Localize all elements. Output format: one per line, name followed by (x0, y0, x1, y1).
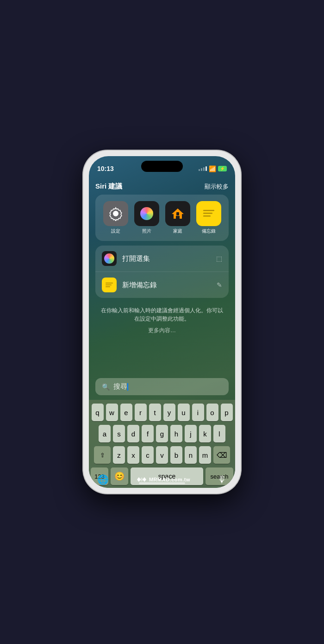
key-j[interactable]: j (185, 425, 197, 442)
notes-icon (196, 201, 221, 226)
key-v[interactable]: v (156, 446, 168, 464)
battery-icon: ⚡ (218, 166, 227, 171)
key-l[interactable]: l (213, 425, 225, 442)
key-delete[interactable]: ⌫ (213, 446, 230, 464)
open-collection-row[interactable]: 打開選集 ⬚ (95, 246, 229, 272)
key-d[interactable]: d (127, 425, 139, 442)
home-icon (165, 201, 190, 226)
signal-icon (199, 166, 207, 171)
cursor (127, 383, 128, 391)
key-o[interactable]: o (206, 404, 218, 421)
wifi-icon: 📶 (209, 165, 216, 172)
key-q[interactable]: q (92, 404, 104, 421)
key-e[interactable]: e (120, 404, 132, 421)
home-indicator[interactable] (139, 482, 185, 484)
key-b[interactable]: b (170, 446, 182, 464)
keyboard: q w e r t y u i o p a s d f g h j k (89, 400, 235, 488)
globe-icon[interactable]: 🌐 (97, 474, 109, 485)
key-y[interactable]: y (163, 404, 175, 421)
photos-label: 照片 (142, 228, 151, 234)
siri-more-button[interactable]: 顯示較多 (205, 183, 229, 191)
key-r[interactable]: r (135, 404, 147, 421)
svg-rect-7 (203, 215, 211, 217)
svg-rect-11 (106, 286, 110, 287)
dynamic-island (141, 161, 183, 172)
settings-icon (103, 201, 128, 226)
app-photos[interactable]: 照片 (133, 201, 160, 234)
siri-apps-container: 設定 照片 (95, 195, 229, 241)
notes-label: 備忘錄 (202, 228, 216, 234)
key-f[interactable]: f (142, 425, 154, 442)
keyboard-row-1: q w e r t y u i o p (91, 404, 233, 421)
key-shift[interactable]: ⇧ (94, 446, 111, 464)
photos-wheel (140, 207, 153, 220)
key-h[interactable]: h (170, 425, 182, 442)
key-x[interactable]: x (127, 446, 139, 464)
photos-icon (134, 201, 159, 226)
search-input[interactable]: 搜尋 (113, 382, 128, 391)
settings-label: 設定 (111, 228, 120, 234)
app-home[interactable]: 家庭 (164, 201, 191, 234)
key-g[interactable]: g (156, 425, 168, 442)
key-c[interactable]: c (142, 446, 154, 464)
svg-rect-9 (106, 283, 113, 284)
brand-area: MRMAD.com.tw (136, 476, 190, 483)
action-photos-icon (102, 251, 117, 266)
key-n[interactable]: n (185, 446, 197, 464)
key-k[interactable]: k (199, 425, 211, 442)
info-block: 在你輸入前和輸入時的建議會經過個人化。你可以在設定中調整此功能。 更多內容… (95, 303, 229, 335)
collection-chevron-icon: ⬚ (216, 255, 222, 262)
key-a[interactable]: a (99, 425, 111, 442)
app-settings[interactable]: 設定 (102, 201, 129, 234)
info-more[interactable]: 更多內容… (95, 327, 229, 335)
key-m[interactable]: m (199, 446, 211, 464)
search-bar[interactable]: 🔍 搜尋 (95, 378, 229, 395)
action-photos-wheel (104, 253, 114, 264)
phone-frame: 10:13 📶 ⚡ Siri 建議 顯示較多 (83, 151, 241, 493)
action-notes-icon (102, 278, 117, 292)
action-rows: 打開選集 ⬚ 新增備忘錄 ✎ (95, 246, 229, 298)
search-placeholder: 搜尋 (113, 382, 127, 390)
microphone-icon[interactable]: 🎙 (218, 474, 227, 485)
search-icon: 🔍 (102, 383, 110, 391)
svg-rect-10 (106, 284, 112, 285)
key-i[interactable]: i (192, 404, 204, 421)
key-p[interactable]: p (221, 404, 233, 421)
brand-label: MRMAD.com.tw (149, 477, 190, 482)
new-note-label: 新增備忘錄 (122, 281, 211, 290)
app-notes[interactable]: 備忘錄 (195, 201, 222, 234)
key-u[interactable]: u (178, 404, 190, 421)
svg-rect-6 (203, 213, 212, 214)
keyboard-row-2: a s d f g h j k l (91, 425, 233, 442)
siri-title: Siri 建議 (95, 182, 122, 191)
siri-header: Siri 建議 顯示較多 (95, 182, 229, 191)
key-t[interactable]: t (149, 404, 161, 421)
svg-rect-3 (176, 212, 179, 215)
info-text: 在你輸入前和輸入時的建議會經過個人化。你可以在設定中調整此功能。 (95, 303, 229, 327)
apps-grid: 設定 照片 (102, 201, 222, 234)
search-area: 🔍 搜尋 (95, 378, 229, 395)
key-s[interactable]: s (113, 425, 125, 442)
keyboard-row-3: ⇧ z x c v b n m ⌫ (91, 446, 233, 464)
status-icons: 📶 ⚡ (199, 165, 227, 172)
note-edit-icon: ✎ (217, 281, 222, 289)
bottom-toolbar: 🌐 MRMAD.com.tw 🎙 (89, 474, 235, 486)
brand-logo (136, 476, 147, 483)
status-time: 10:13 (97, 165, 114, 172)
open-collection-label: 打開選集 (122, 254, 211, 263)
key-w[interactable]: w (106, 404, 118, 421)
home-label: 家庭 (173, 228, 182, 234)
svg-rect-5 (203, 210, 214, 211)
key-z[interactable]: z (113, 446, 125, 464)
new-note-row[interactable]: 新增備忘錄 ✎ (95, 272, 229, 298)
phone-screen: 10:13 📶 ⚡ Siri 建議 顯示較多 (89, 156, 235, 488)
